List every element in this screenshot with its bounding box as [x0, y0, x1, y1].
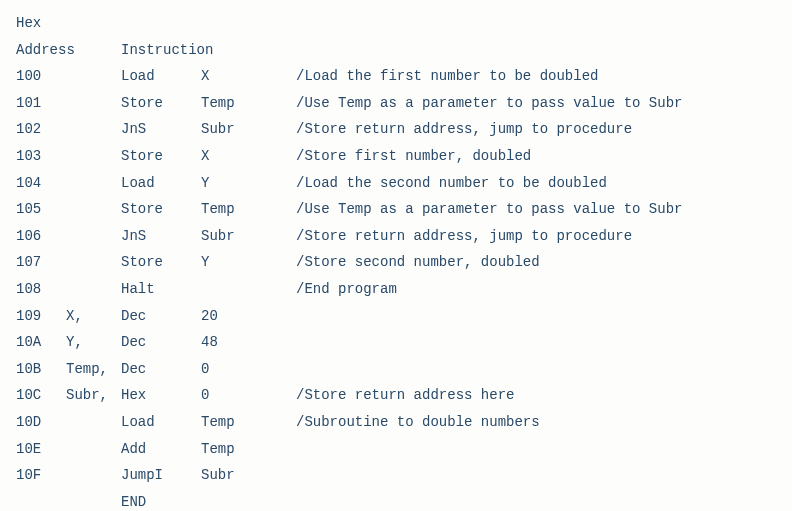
- comment-cell: /Use Temp as a parameter to pass value t…: [296, 90, 776, 117]
- code-row: 10EAddTemp: [16, 436, 776, 463]
- operand-cell: Y: [201, 249, 296, 276]
- label-cell: Subr,: [66, 382, 121, 409]
- operand-cell: Subr: [201, 223, 296, 250]
- comment-cell: /Store return address, jump to procedure: [296, 116, 776, 143]
- code-row: 10AY,Dec48: [16, 329, 776, 356]
- opcode-cell: JumpI: [121, 462, 201, 489]
- code-row: 10DLoadTemp/Subroutine to double numbers: [16, 409, 776, 436]
- comment-cell: [296, 356, 776, 383]
- operand-cell: Temp: [201, 196, 296, 223]
- opcode-cell: Dec: [121, 356, 201, 383]
- code-row: 104LoadY/Load the second number to be do…: [16, 170, 776, 197]
- comment-cell: /Store return address, jump to procedure: [296, 223, 776, 250]
- comment-cell: /Subroutine to double numbers: [296, 409, 776, 436]
- address-cell: 10A: [16, 329, 66, 356]
- code-row: 109X,Dec20: [16, 303, 776, 330]
- address-cell: 10B: [16, 356, 66, 383]
- comment-cell: /Load the second number to be doubled: [296, 170, 776, 197]
- address-cell: 104: [16, 170, 66, 197]
- opcode-cell: Store: [121, 249, 201, 276]
- code-row: 103StoreX/Store first number, doubled: [16, 143, 776, 170]
- address-cell: 101: [16, 90, 66, 117]
- opcode-cell: Load: [121, 409, 201, 436]
- comment-cell: [296, 462, 776, 489]
- comment-cell: /End program: [296, 276, 776, 303]
- label-cell: [66, 462, 121, 489]
- address-cell: 102: [16, 116, 66, 143]
- opcode-cell: Store: [121, 90, 201, 117]
- label-cell: Temp,: [66, 356, 121, 383]
- operand-cell: 48: [201, 329, 296, 356]
- opcode-cell: Dec: [121, 303, 201, 330]
- opcode-cell: END: [121, 489, 201, 511]
- operand-cell: [201, 276, 296, 303]
- code-row: 10CSubr,Hex0/Store return address here: [16, 382, 776, 409]
- address-cell: 108: [16, 276, 66, 303]
- label-cell: [66, 143, 121, 170]
- address-cell: 10F: [16, 462, 66, 489]
- operand-cell: Temp: [201, 436, 296, 463]
- operand-cell: X: [201, 143, 296, 170]
- operand-cell: [201, 489, 296, 511]
- assembly-listing: Hex Address Instruction 100LoadX/Load th…: [16, 10, 776, 511]
- code-row: 10FJumpISubr: [16, 462, 776, 489]
- comment-cell: /Load the first number to be doubled: [296, 63, 776, 90]
- header-spacer: [66, 37, 121, 64]
- header-row-2: Address Instruction: [16, 37, 776, 64]
- operand-cell: Temp: [201, 409, 296, 436]
- operand-cell: Temp: [201, 90, 296, 117]
- operand-cell: 20: [201, 303, 296, 330]
- address-cell: 10C: [16, 382, 66, 409]
- operand-cell: Y: [201, 170, 296, 197]
- address-cell: 10D: [16, 409, 66, 436]
- address-cell: 100: [16, 63, 66, 90]
- label-cell: [66, 249, 121, 276]
- label-cell: [66, 223, 121, 250]
- code-row: 106JnSSubr/Store return address, jump to…: [16, 223, 776, 250]
- address-cell: 103: [16, 143, 66, 170]
- code-rows: 100LoadX/Load the first number to be dou…: [16, 63, 776, 511]
- opcode-cell: Load: [121, 170, 201, 197]
- label-cell: [66, 170, 121, 197]
- code-row: 101StoreTemp/Use Temp as a parameter to …: [16, 90, 776, 117]
- label-cell: [66, 489, 121, 511]
- comment-cell: /Store first number, doubled: [296, 143, 776, 170]
- label-cell: Y,: [66, 329, 121, 356]
- code-row: 10BTemp,Dec0: [16, 356, 776, 383]
- opcode-cell: Halt: [121, 276, 201, 303]
- opcode-cell: Load: [121, 63, 201, 90]
- label-cell: [66, 196, 121, 223]
- address-cell: 105: [16, 196, 66, 223]
- code-row: END: [16, 489, 776, 511]
- opcode-cell: Dec: [121, 329, 201, 356]
- code-row: 107StoreY/Store second number, doubled: [16, 249, 776, 276]
- label-cell: [66, 409, 121, 436]
- operand-cell: 0: [201, 382, 296, 409]
- comment-cell: [296, 489, 776, 511]
- header-hex: Hex: [16, 10, 66, 37]
- comment-cell: /Store return address here: [296, 382, 776, 409]
- opcode-cell: JnS: [121, 223, 201, 250]
- operand-cell: 0: [201, 356, 296, 383]
- label-cell: X,: [66, 303, 121, 330]
- address-cell: 109: [16, 303, 66, 330]
- opcode-cell: Hex: [121, 382, 201, 409]
- opcode-cell: Add: [121, 436, 201, 463]
- operand-cell: Subr: [201, 116, 296, 143]
- code-row: 105StoreTemp/Use Temp as a parameter to …: [16, 196, 776, 223]
- address-cell: 107: [16, 249, 66, 276]
- operand-cell: Subr: [201, 462, 296, 489]
- label-cell: [66, 276, 121, 303]
- opcode-cell: Store: [121, 196, 201, 223]
- opcode-cell: Store: [121, 143, 201, 170]
- address-cell: 106: [16, 223, 66, 250]
- label-cell: [66, 63, 121, 90]
- label-cell: [66, 116, 121, 143]
- opcode-cell: JnS: [121, 116, 201, 143]
- comment-cell: /Store second number, doubled: [296, 249, 776, 276]
- comment-cell: [296, 303, 776, 330]
- code-row: 100LoadX/Load the first number to be dou…: [16, 63, 776, 90]
- comment-cell: [296, 329, 776, 356]
- label-cell: [66, 436, 121, 463]
- address-cell: 10E: [16, 436, 66, 463]
